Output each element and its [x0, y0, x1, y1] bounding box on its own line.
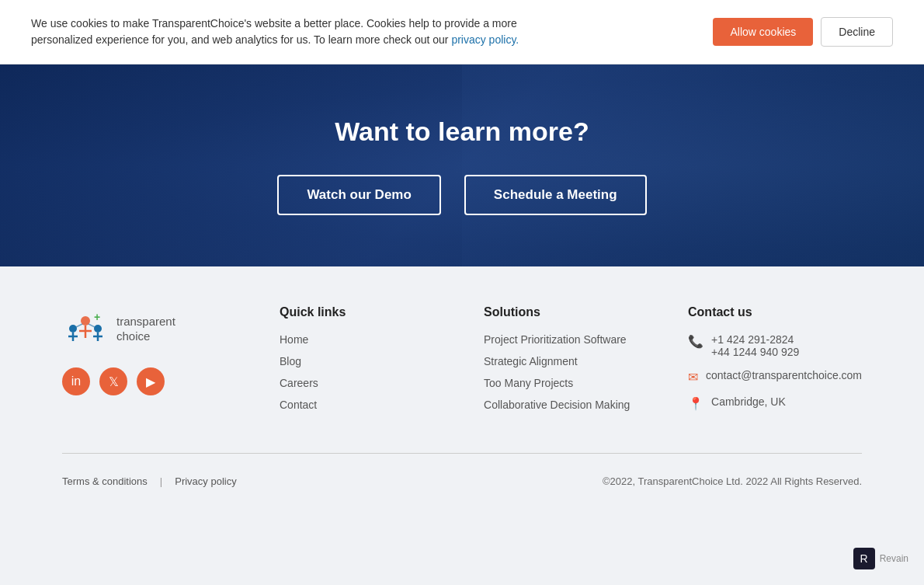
location-icon: 📍 [688, 396, 703, 411]
cookie-banner: We use cookies to make TransparentChoice… [0, 0, 924, 64]
terms-conditions-link[interactable]: Terms & conditions [62, 475, 148, 487]
contact-column: Contact us 📞 +1 424 291-2824 +44 1244 94… [688, 305, 862, 422]
solutions-title: Solutions [484, 305, 641, 319]
solution-strategic-alignment[interactable]: Strategic Alignment [484, 355, 641, 367]
contact-title: Contact us [688, 305, 862, 319]
svg-point-4 [94, 325, 102, 333]
hero-buttons: Watch our Demo Schedule a Meeting [277, 175, 646, 215]
footer-divider [62, 453, 862, 454]
allow-cookies-button[interactable]: Allow cookies [713, 18, 813, 46]
solution-too-many-projects[interactable]: Too Many Projects [484, 377, 641, 389]
decline-cookies-button[interactable]: Decline [821, 17, 893, 47]
svg-point-1 [69, 325, 77, 333]
nav-home[interactable]: Home [280, 333, 437, 346]
revain-badge: R Revain [853, 548, 908, 569]
solution-collaborative-decision[interactable]: Collaborative Decision Making [484, 399, 641, 411]
footer-columns: Quick links Home Blog Careers Contact So… [280, 305, 862, 422]
phone-icon: 📞 [688, 334, 703, 349]
copyright-text: ©2022, TransparentChoice Ltd. 2022 All R… [603, 475, 862, 487]
svg-line-10 [76, 324, 82, 327]
footer: + transparent choice in 𝕏 ▶ Quick links [0, 266, 924, 503]
email-icon: ✉ [688, 370, 698, 385]
hero-section: Want to learn more? Watch our Demo Sched… [0, 64, 924, 266]
hero-title: Want to learn more? [277, 117, 646, 147]
cookie-buttons: Allow cookies Decline [713, 17, 893, 47]
svg-line-11 [89, 324, 95, 327]
logo-container: + transparent choice [62, 305, 233, 352]
footer-logo-section: + transparent choice in 𝕏 ▶ [62, 305, 233, 422]
privacy-policy-footer-link[interactable]: Privacy policy [175, 475, 236, 487]
watch-demo-button[interactable]: Watch our Demo [277, 175, 440, 215]
revain-label: Revain [880, 553, 908, 564]
quick-links-title: Quick links [280, 305, 437, 319]
cookie-message: We use cookies to make TransparentChoice… [31, 16, 575, 48]
phone-numbers: +1 424 291-2824 +44 1244 940 929 [711, 333, 799, 358]
email-link[interactable]: contact@transparentchoice.com [706, 369, 862, 381]
contact-location: 📍 Cambridge, UK [688, 395, 862, 411]
nav-careers[interactable]: Careers [280, 377, 437, 389]
brand-name: transparent choice [116, 314, 175, 344]
social-icons: in 𝕏 ▶ [62, 367, 233, 395]
solutions-column: Solutions Project Prioritization Softwar… [484, 305, 641, 422]
solution-project-prioritization[interactable]: Project Prioritization Software [484, 333, 641, 346]
nav-blog[interactable]: Blog [280, 355, 437, 367]
twitter-icon[interactable]: 𝕏 [99, 367, 127, 395]
youtube-icon[interactable]: ▶ [137, 367, 165, 395]
location-text: Cambridge, UK [711, 395, 786, 408]
nav-contact[interactable]: Contact [280, 399, 437, 411]
footer-bottom-separator: | [160, 475, 162, 487]
quick-links-column: Quick links Home Blog Careers Contact [280, 305, 437, 422]
footer-bottom-links: Terms & conditions | Privacy policy [62, 475, 237, 487]
footer-bottom: Terms & conditions | Privacy policy ©202… [62, 468, 862, 503]
svg-text:+: + [94, 311, 100, 323]
revain-icon: R [853, 548, 875, 569]
contact-phone: 📞 +1 424 291-2824 +44 1244 940 929 [688, 333, 862, 358]
brand-logo-icon: + [62, 305, 109, 352]
privacy-policy-link[interactable]: privacy policy. [451, 33, 519, 46]
hero-content: Want to learn more? Watch our Demo Sched… [262, 85, 662, 246]
linkedin-icon[interactable]: in [62, 367, 90, 395]
footer-main: + transparent choice in 𝕏 ▶ Quick links [62, 305, 862, 453]
contact-email: ✉ contact@transparentchoice.com [688, 369, 862, 385]
schedule-meeting-button[interactable]: Schedule a Meeting [464, 175, 647, 215]
